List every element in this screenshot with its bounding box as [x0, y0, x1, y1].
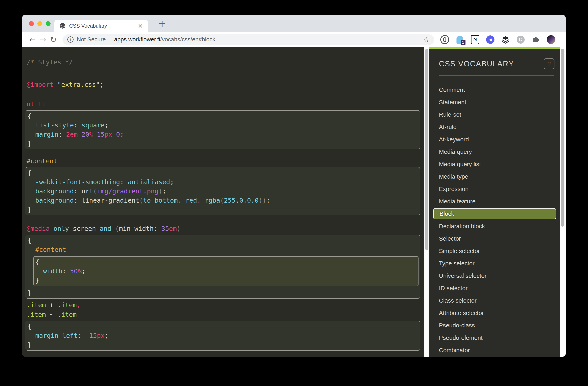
sidebar-scrollbar[interactable] [560, 47, 566, 357]
code-line: } [26, 340, 420, 349]
vocab-item[interactable]: At-rule [429, 121, 560, 133]
vocab-item[interactable]: ID selector [429, 282, 560, 295]
code-line: background: linear-gradient(to bottom, r… [26, 196, 420, 205]
code-pane-scrollbar[interactable] [424, 47, 429, 357]
code-pane-scrollbar-thumb[interactable] [425, 49, 428, 250]
tab-strip: CSS Vocabulary × + [22, 15, 566, 32]
notion-icon[interactable]: N [471, 35, 480, 44]
close-window-button[interactable] [29, 21, 34, 26]
tab-favicon-icon [60, 23, 65, 29]
selector-item-tilde[interactable]: .item ~ .item [22, 310, 424, 319]
code-line: { [26, 168, 420, 177]
site-info-icon[interactable]: i [67, 36, 74, 43]
vocab-list: CommentStatementRule-setAt-ruleAt-keywor… [429, 84, 560, 356]
profile-avatar[interactable] [547, 35, 555, 44]
puzzle-extensions-icon[interactable] [531, 35, 540, 44]
help-button[interactable]: ? [544, 58, 554, 69]
vocab-item[interactable]: Statement [429, 96, 560, 108]
import-statement[interactable]: @import "extra.css"; [22, 80, 424, 90]
vocab-item[interactable]: Media query list [429, 158, 560, 170]
vocab-item[interactable]: Universal selector [429, 270, 560, 282]
code-line: } [26, 139, 420, 148]
code-line: width: 50%; [34, 267, 418, 276]
vocab-item[interactable]: Selector [429, 232, 560, 245]
password-manager-icon[interactable] [440, 35, 449, 44]
extension-row: 1 N ◀ C ⋮ [440, 35, 566, 44]
rule-block-item[interactable]: { margin-left: -15px; } [26, 321, 420, 351]
browser-tab[interactable]: CSS Vocabulary × [54, 20, 148, 32]
forward-button[interactable]: → [38, 36, 48, 44]
code-line: background: url(img/gradient.png); [26, 187, 420, 196]
vocab-item[interactable]: Pseudo-element [429, 332, 560, 344]
browser-toolbar: ← → ↻ i Not Secure apps.workflower.fi/vo… [22, 32, 566, 47]
selector-content-nested[interactable]: #content [26, 245, 420, 254]
reload-button[interactable]: ↻ [48, 36, 59, 44]
media-query-line[interactable]: @media only screen and (min-width: 35em) [22, 224, 424, 233]
code-line: } [34, 276, 418, 285]
code-line: { [26, 322, 420, 331]
arrow-app-icon[interactable]: ◀ [486, 35, 495, 44]
sidebar-title: CSS VOCABULARY [439, 60, 514, 68]
rule-block-ul-li[interactable]: { list-style: square; margin: 2em 20% 15… [26, 110, 420, 149]
vocab-item[interactable]: Class selector [429, 295, 560, 307]
vocab-item[interactable]: Attribute selector [429, 307, 560, 319]
code-line: margin: 2em 20% 15px 0; [26, 130, 420, 139]
bookmark-star-button[interactable]: ☆ [423, 36, 429, 43]
code-line: -webkit-font-smoothing: antialiased; [26, 177, 420, 187]
sidebar-divider [439, 75, 554, 76]
rule-block-content[interactable]: { -webkit-font-smoothing: antialiased; b… [26, 167, 420, 215]
url-text[interactable]: apps.workflower.fi/vocabs/css/en#block [114, 36, 215, 43]
vocab-item[interactable]: Rule-set [429, 108, 560, 121]
vocab-item[interactable]: Type selector [429, 257, 560, 270]
code-pane: /* Styles */ @import "extra.css"; ul li … [22, 47, 424, 357]
page-content: /* Styles */ @import "extra.css"; ul li … [22, 47, 566, 357]
ghostery-badge: 1 [461, 40, 465, 45]
vocabulary-sidebar: CSS VOCABULARY ? CommentStatementRule-se… [429, 47, 560, 357]
vocab-item[interactable]: Comment [429, 84, 560, 96]
vocab-item[interactable]: Media feature [429, 195, 560, 208]
media-block[interactable]: { #content { width: 50%; } } [26, 235, 420, 299]
vocab-item[interactable]: Combinator [429, 344, 560, 356]
code-line: list-style: square; [26, 121, 420, 130]
ghostery-icon[interactable]: 1 [456, 35, 464, 44]
selector-content[interactable]: #content [22, 156, 424, 166]
browser-menu-button[interactable]: ⋮ [562, 35, 566, 44]
minimize-window-button[interactable] [37, 21, 42, 26]
vocab-item-active[interactable]: Block [433, 208, 556, 219]
tab-close-button[interactable]: × [138, 23, 143, 29]
new-tab-button[interactable]: + [156, 18, 168, 29]
code-line: { [34, 257, 418, 267]
back-button[interactable]: ← [27, 36, 38, 44]
vocab-item[interactable]: Media type [429, 170, 560, 183]
sidebar-header: CSS VOCABULARY ? [439, 58, 554, 69]
nested-rule-block[interactable]: { width: 50%; } [33, 256, 419, 286]
code-comment: /* Styles */ [22, 57, 424, 67]
security-label: Not Secure [77, 36, 106, 43]
vocab-item[interactable]: Expression [429, 183, 560, 195]
url-divider [110, 36, 110, 43]
code-line: } [26, 288, 420, 297]
traffic-lights [29, 15, 51, 32]
vocab-item[interactable]: Declaration block [429, 220, 560, 232]
code-line: { [26, 236, 420, 245]
selector-item-plus[interactable]: .item + .item, [22, 300, 424, 310]
browser-window: CSS Vocabulary × + ← → ↻ i Not Secure ap… [22, 15, 566, 357]
c-extension-icon[interactable]: C [516, 35, 525, 44]
code-line: margin-left: -15px; [26, 331, 420, 340]
url-bar[interactable]: i Not Secure apps.workflower.fi/vocabs/c… [63, 34, 434, 45]
code-line: { [26, 112, 420, 121]
url-domain: apps.workflower.fi [114, 36, 160, 43]
tab-title: CSS Vocabulary [69, 23, 107, 29]
sidebar-scrollbar-thumb[interactable] [561, 49, 565, 227]
vocab-item[interactable]: Pseudo-class [429, 319, 560, 332]
layers-icon[interactable] [501, 35, 510, 44]
zoom-window-button[interactable] [46, 21, 51, 26]
vocab-item[interactable]: Simple selector [429, 245, 560, 257]
vocab-item[interactable]: Media query [429, 146, 560, 158]
selector-ul-li[interactable]: ul li [22, 99, 424, 109]
url-path: /vocabs/css/en#block [160, 36, 215, 43]
vocab-item[interactable]: At-keyword [429, 133, 560, 146]
code-line: } [26, 205, 420, 214]
